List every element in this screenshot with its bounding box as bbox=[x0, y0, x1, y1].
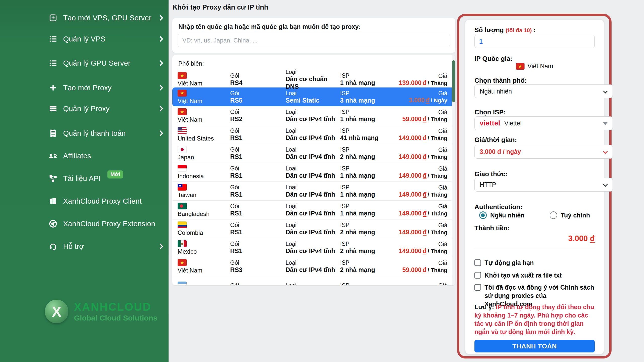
package-row-partial[interactable]: Gói Loại ISP Giá bbox=[172, 276, 455, 285]
package-row[interactable]: Việt Nam GóiRS4 LoạiDân cư chuẩn DNS ISP… bbox=[172, 69, 455, 87]
package-row[interactable]: Colombia GóiRS1 LoạiDân cư IPv4 tĩnh ISP… bbox=[172, 219, 455, 238]
country-label: IP Quốc gia: bbox=[474, 55, 595, 63]
chevron-down-icon bbox=[603, 182, 608, 187]
sidebar-item-label: XanhCloud Proxy Extension bbox=[63, 220, 155, 228]
proxy-package-list: Phổ biến: Việt Nam GóiRS4 LoạiDân cư chu… bbox=[172, 55, 455, 285]
sidebar-item-label: Quản lý Proxy bbox=[63, 105, 110, 113]
selected-country: Việt Nam bbox=[474, 63, 595, 70]
sidebar-item-proxy-client[interactable]: XanhCloud Proxy Client bbox=[47, 194, 164, 209]
flag-vn-icon bbox=[178, 72, 187, 79]
price: 149.000 bbox=[399, 153, 421, 160]
headset-icon bbox=[47, 242, 59, 250]
price: 149.000 bbox=[399, 210, 421, 217]
chevron-right-icon bbox=[159, 36, 164, 42]
package-row[interactable]: Việt Nam GóiRS3 LoạiDân cư IPv4 tĩnh ISP… bbox=[172, 257, 455, 276]
chrome-icon bbox=[47, 220, 59, 228]
package-row[interactable]: United States GóiRS1 LoạiDân cư IPv4 tĩn… bbox=[172, 125, 455, 144]
sidebar-item-label: Quản lý VPS bbox=[63, 35, 105, 43]
package-row[interactable]: Indonesia GóiRS1 LoạiDân cư IPv4 tĩnh IS… bbox=[172, 163, 455, 182]
protocol-label: Giao thức: bbox=[474, 170, 595, 178]
total-amount: 3.000 đ bbox=[474, 234, 595, 243]
table-icon bbox=[47, 105, 59, 113]
price: 59.000 bbox=[402, 115, 421, 122]
sidebar-item-create-proxy[interactable]: Tạo mới Proxy bbox=[47, 80, 164, 95]
flag-vn-icon bbox=[516, 63, 525, 70]
package-row[interactable]: Việt Nam GóiRS2 LoạiDân cư IPv4 tĩnh ISP… bbox=[172, 106, 455, 125]
chevron-right-icon bbox=[159, 130, 164, 137]
package-rows: Việt Nam GóiRS4 LoạiDân cư chuẩn DNS ISP… bbox=[172, 69, 455, 285]
package-row[interactable]: Mexico GóiRS1 LoạiDân cư IPv4 tĩnh ISP2 … bbox=[172, 238, 455, 257]
price: 149.000 bbox=[399, 134, 421, 141]
brand-logo: X XANHCLOUD Global Cloud Solutions bbox=[45, 300, 157, 323]
country-search-card: Nhập tên quốc gia hoặc mã quốc gia bạn m… bbox=[172, 18, 455, 53]
city-label: Chọn thành phố: bbox=[474, 77, 595, 84]
price-duration-label: Giá/thời gian: bbox=[474, 136, 595, 144]
checkout-button[interactable]: THANH TOÁN bbox=[474, 340, 595, 352]
price: 149.000 bbox=[399, 172, 421, 179]
plus-square-icon bbox=[47, 14, 59, 22]
sidebar-item-label: XanhCloud Proxy Client bbox=[63, 197, 142, 205]
price: 149.000 bbox=[399, 191, 421, 198]
sidebar-item-create-vps[interactable]: Tạo mới VPS, GPU Server bbox=[47, 10, 164, 25]
sidebar-item-label: Hỗ trợ bbox=[63, 242, 84, 251]
package-row[interactable]: Taiwan GóiRS1 LoạiDân cư IPv4 tĩnh ISP1 … bbox=[172, 182, 455, 201]
sidebar-item-manage-proxy[interactable]: Quản lý Proxy bbox=[47, 101, 164, 116]
sidebar-item-manage-gpu[interactable]: Quản lý GPU Server bbox=[47, 56, 164, 71]
quantity-max-note: (tối đa 10) bbox=[506, 27, 532, 33]
sidebar-item-manage-billing[interactable]: Quản lý thanh toán bbox=[47, 126, 164, 141]
page-title: Khởi tạo Proxy dân cư IP tĩnh bbox=[173, 4, 268, 11]
viettel-logo: viettel bbox=[480, 119, 500, 127]
windows-icon bbox=[47, 197, 59, 205]
checkbox-icon[interactable] bbox=[474, 259, 481, 266]
flag-tw-icon bbox=[178, 184, 187, 191]
chevron-right-icon bbox=[159, 84, 164, 91]
export-txt-checkbox-row[interactable]: Khởi tạo và xuất ra file txt bbox=[474, 271, 595, 280]
package-row[interactable]: Japan GóiRS1 LoạiDân cư IPv4 tĩnh ISP2 n… bbox=[172, 144, 455, 163]
package-row-selected[interactable]: Việt Nam GóiRS5 LoạiSemi Static ISP3 nhà… bbox=[172, 87, 455, 106]
auth-option-random[interactable]: Ngẫu nhiên bbox=[479, 211, 525, 219]
price: 139.000 bbox=[399, 79, 421, 86]
logo-x-mark: X bbox=[45, 300, 68, 323]
sitemap-icon bbox=[47, 174, 59, 183]
note-text: Lưu ý: IP tĩnh tự động thay đổi theo chu… bbox=[474, 303, 595, 336]
radio-unchecked-icon[interactable] bbox=[550, 211, 557, 219]
country-search-input[interactable] bbox=[178, 34, 450, 47]
search-label: Nhập tên quốc gia hoặc mã quốc gia bạn m… bbox=[178, 23, 361, 30]
city-select[interactable]: Ngẫu nhiên bbox=[474, 84, 613, 98]
quantity-input[interactable] bbox=[474, 35, 595, 48]
flag-bd-icon bbox=[178, 203, 187, 209]
list-icon bbox=[47, 35, 59, 43]
sidebar-item-label: Tài liệu API bbox=[63, 174, 101, 183]
sidebar-item-affiliates[interactable]: Affiliates bbox=[47, 148, 164, 163]
sidebar-item-label: Tạo mới Proxy bbox=[63, 84, 111, 92]
sidebar-item-manage-vps[interactable]: Quản lý VPS bbox=[47, 31, 164, 47]
receipt-icon bbox=[47, 129, 59, 137]
price: 149.000 bbox=[399, 247, 421, 254]
sidebar-item-api-docs[interactable]: Tài liệu API Mới bbox=[47, 171, 164, 186]
price-duration-select[interactable]: 3.000 đ / ngày bbox=[474, 145, 613, 159]
list-scrollbar-thumb[interactable] bbox=[452, 60, 455, 102]
quantity-label: Số lượng (tối đa 10) : bbox=[474, 26, 595, 34]
chevron-right-icon bbox=[159, 243, 164, 250]
auth-label: Authentication: bbox=[474, 203, 595, 211]
sidebar-item-support[interactable]: Hỗ trợ bbox=[47, 239, 164, 254]
flag-co-icon bbox=[178, 221, 187, 228]
order-panel: Số lượng (tối đa 10) : IP Quốc gia: Việt… bbox=[465, 20, 604, 354]
list-scrollbar[interactable] bbox=[452, 55, 455, 285]
isp-select[interactable]: viettel Viettel bbox=[474, 116, 613, 130]
chevron-down-icon bbox=[603, 89, 608, 93]
list-icon bbox=[47, 59, 59, 67]
price: 59.000 bbox=[402, 266, 421, 273]
protocol-select[interactable]: HTTP bbox=[474, 178, 613, 192]
auth-option-custom[interactable]: Tuỳ chỉnh bbox=[550, 211, 590, 219]
package-row[interactable]: Bangladesh GóiRS1 LoạiDân cư IPv4 tĩnh I… bbox=[172, 201, 455, 219]
chevron-right-icon bbox=[159, 60, 164, 66]
auto-renew-checkbox-row[interactable]: Tự động gia hạn bbox=[474, 259, 595, 267]
sidebar-item-proxy-extension[interactable]: XanhCloud Proxy Extension bbox=[47, 216, 164, 231]
radio-checked-icon[interactable] bbox=[479, 211, 487, 219]
checkbox-icon[interactable] bbox=[474, 272, 481, 279]
proxy-create-page: Tạo mới VPS, GPU Server Quản lý VPS Quản… bbox=[0, 0, 644, 362]
brand-tagline: Global Cloud Solutions bbox=[74, 314, 157, 322]
checkbox-icon[interactable] bbox=[474, 284, 481, 291]
flag-vn-icon bbox=[178, 90, 187, 97]
